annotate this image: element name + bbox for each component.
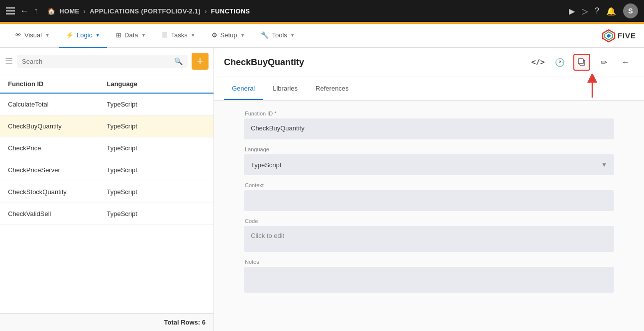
tools-icon: 🔧 bbox=[261, 31, 269, 39]
copy-button[interactable] bbox=[573, 54, 590, 71]
apps-crumb[interactable]: APPLICATIONS (PORTFOLIOV-2.1) bbox=[90, 7, 201, 15]
setup-icon: ⚙ bbox=[212, 31, 217, 39]
row-language: TypeScript bbox=[107, 101, 206, 108]
add-button[interactable]: + bbox=[192, 53, 209, 70]
hamburger-menu[interactable] bbox=[6, 7, 15, 14]
nav-visual[interactable]: 👁 Visual ▼ bbox=[8, 24, 57, 48]
code-field: Code Click to edit bbox=[244, 218, 614, 252]
table-row[interactable]: CheckPrice TypeScript bbox=[0, 137, 214, 159]
context-input[interactable] bbox=[244, 190, 614, 211]
column-header-id: Function ID bbox=[8, 80, 107, 88]
play-button[interactable]: ▶ bbox=[569, 6, 575, 16]
data-icon: ⊞ bbox=[116, 31, 121, 39]
total-rows-label: Total Rows: 6 bbox=[164, 319, 206, 326]
row-language: TypeScript bbox=[107, 122, 206, 130]
help-button[interactable]: ? bbox=[595, 6, 599, 15]
language-select[interactable]: TypeScript ▼ bbox=[244, 154, 614, 175]
five-logo: FIVE bbox=[602, 29, 636, 43]
search-input[interactable] bbox=[22, 58, 171, 65]
tasks-icon: ☰ bbox=[162, 31, 168, 39]
row-id: CheckStockQuantity bbox=[8, 188, 107, 196]
context-label: Context bbox=[244, 182, 614, 188]
table-body: CalculateTotal TypeScript CheckBuyQuanti… bbox=[0, 94, 214, 313]
code-view-button[interactable]: </> bbox=[530, 54, 546, 71]
preview-button[interactable]: ▷ bbox=[582, 6, 588, 16]
edit-button[interactable]: ✏ bbox=[595, 54, 612, 71]
tab-references[interactable]: References bbox=[308, 77, 356, 100]
nav-tasks[interactable]: ☰ Tasks ▼ bbox=[155, 24, 202, 48]
notes-input[interactable] bbox=[244, 267, 614, 293]
tab-libraries[interactable]: Libraries bbox=[265, 77, 306, 100]
five-logo-text: FIVE bbox=[618, 31, 636, 40]
table-row[interactable]: CalculateTotal TypeScript bbox=[0, 94, 214, 115]
row-language: TypeScript bbox=[107, 144, 206, 152]
column-header-language: Language bbox=[107, 80, 206, 88]
row-id: CheckValidSell bbox=[8, 210, 107, 218]
svg-rect-4 bbox=[578, 59, 583, 64]
language-field: Language TypeScript ▼ bbox=[244, 146, 614, 175]
five-logo-icon bbox=[602, 29, 616, 43]
row-id: CheckBuyQuantity bbox=[8, 122, 107, 130]
search-icon: 🔍 bbox=[174, 57, 183, 65]
breadcrumb: 🏠 HOME › APPLICATIONS (PORTFOLIOV-2.1) ›… bbox=[47, 7, 250, 15]
logic-dropdown-icon: ▼ bbox=[95, 32, 100, 38]
nav-data[interactable]: ⊞ Data ▼ bbox=[109, 24, 153, 48]
form-area: Function ID * CheckBuyQuantity Language … bbox=[214, 101, 644, 331]
home-crumb[interactable]: HOME bbox=[59, 7, 79, 15]
sidebar: ☰ 🔍 + Function ID Language CalculateTota… bbox=[0, 48, 214, 331]
tab-general[interactable]: General bbox=[224, 77, 263, 100]
tabs-bar: General Libraries References bbox=[214, 77, 644, 101]
functions-crumb[interactable]: FUNCTIONS bbox=[211, 7, 250, 15]
nav-setup[interactable]: ⚙ Setup ▼ bbox=[205, 24, 252, 48]
row-language: TypeScript bbox=[107, 166, 206, 174]
setup-dropdown-icon: ▼ bbox=[240, 32, 245, 38]
table-row[interactable]: CheckBuyQuantity TypeScript bbox=[0, 115, 214, 137]
detail-header: CheckBuyQuantity </> 🕐 ✏ ← bbox=[214, 48, 644, 77]
svg-marker-2 bbox=[607, 34, 611, 38]
row-id: CheckPriceServer bbox=[8, 166, 107, 174]
detail-panel: CheckBuyQuantity </> 🕐 ✏ ← bbox=[214, 48, 644, 331]
notifications-button[interactable]: 🔔 bbox=[606, 6, 616, 16]
code-input[interactable]: Click to edit bbox=[244, 226, 614, 252]
visual-dropdown-icon: ▼ bbox=[45, 32, 50, 38]
context-field: Context bbox=[244, 182, 614, 211]
table-row[interactable]: CheckPriceServer TypeScript bbox=[0, 159, 214, 181]
logic-icon: ⚡ bbox=[66, 31, 74, 39]
function-id-field: Function ID * CheckBuyQuantity bbox=[244, 110, 614, 139]
table-row[interactable]: CheckStockQuantity TypeScript bbox=[0, 181, 214, 203]
search-input-wrap: 🔍 bbox=[17, 55, 188, 68]
notes-label: Notes bbox=[244, 259, 614, 265]
back-nav-button[interactable]: ← bbox=[20, 6, 29, 16]
language-label: Language bbox=[244, 146, 614, 152]
top-navigation: ← ↑ 🏠 HOME › APPLICATIONS (PORTFOLIOV-2.… bbox=[0, 0, 644, 22]
secondary-navigation: 👁 Visual ▼ ⚡ Logic ▼ ⊞ Data ▼ ☰ Tasks ▼ … bbox=[0, 24, 644, 48]
table-header: Function ID Language bbox=[0, 75, 214, 94]
nav-logic[interactable]: ⚡ Logic ▼ bbox=[59, 24, 107, 48]
nav-tools[interactable]: 🔧 Tools ▼ bbox=[254, 24, 302, 48]
breadcrumb-sep-1: › bbox=[84, 7, 86, 15]
sidebar-footer: Total Rows: 6 bbox=[0, 313, 214, 331]
user-avatar[interactable]: S bbox=[623, 3, 638, 18]
breadcrumb-sep-2: › bbox=[205, 7, 207, 15]
history-button[interactable]: 🕐 bbox=[551, 54, 568, 71]
main-area: ☰ 🔍 + Function ID Language CalculateTota… bbox=[0, 48, 644, 331]
detail-actions: </> 🕐 ✏ ← bbox=[530, 54, 634, 71]
row-language: TypeScript bbox=[107, 210, 206, 218]
notes-field: Notes bbox=[244, 259, 614, 293]
sidebar-search-bar: ☰ 🔍 + bbox=[0, 48, 214, 75]
language-dropdown-arrow: ▼ bbox=[601, 161, 607, 168]
nav-left: ← ↑ 🏠 HOME › APPLICATIONS (PORTFOLIOV-2.… bbox=[6, 6, 250, 16]
function-id-input[interactable]: CheckBuyQuantity bbox=[244, 118, 614, 139]
nav-right: ▶ ▷ ? 🔔 S bbox=[569, 3, 638, 18]
sidebar-menu-icon[interactable]: ☰ bbox=[5, 56, 13, 67]
table-row[interactable]: CheckValidSell TypeScript bbox=[0, 203, 214, 225]
row-language: TypeScript bbox=[107, 188, 206, 196]
copy-icon bbox=[578, 58, 586, 66]
home-icon: 🏠 bbox=[47, 7, 55, 15]
back-detail-button[interactable]: ← bbox=[617, 54, 634, 71]
function-id-label: Function ID * bbox=[244, 110, 614, 116]
code-label: Code bbox=[244, 218, 614, 224]
row-id: CheckPrice bbox=[8, 144, 107, 152]
detail-title: CheckBuyQuantity bbox=[224, 57, 304, 68]
up-nav-button[interactable]: ↑ bbox=[34, 6, 38, 16]
